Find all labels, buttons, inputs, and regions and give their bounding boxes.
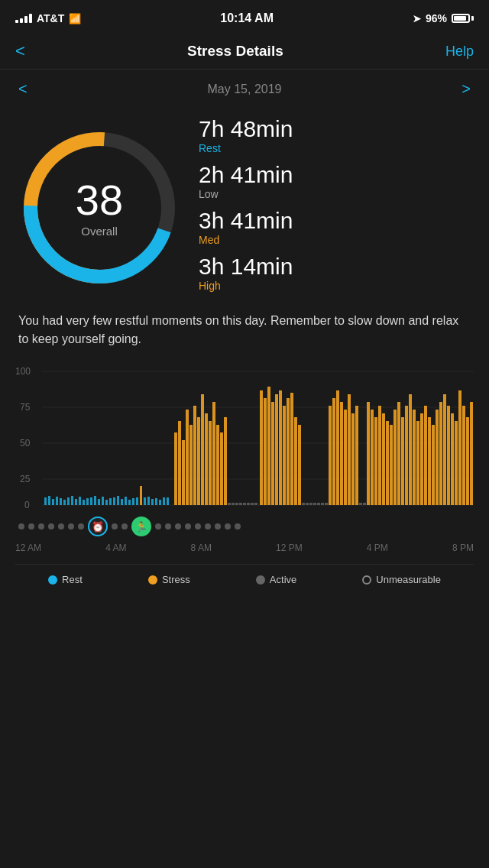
- svg-rect-41: [151, 499, 154, 505]
- svg-rect-48: [178, 421, 181, 505]
- svg-rect-95: [359, 503, 362, 505]
- svg-rect-116: [439, 402, 442, 505]
- svg-rect-26: [94, 496, 96, 505]
- help-button[interactable]: Help: [445, 44, 474, 60]
- active-dot: [256, 575, 265, 585]
- timeline-dot: [175, 523, 181, 530]
- overall-score: 38: [76, 179, 123, 222]
- svg-rect-16: [56, 497, 58, 505]
- svg-rect-80: [302, 503, 305, 505]
- svg-rect-101: [382, 413, 385, 505]
- svg-rect-45: [167, 497, 169, 505]
- svg-rect-43: [159, 500, 161, 505]
- wifi-icon: 📶: [69, 13, 81, 24]
- svg-rect-99: [374, 417, 377, 505]
- svg-rect-58: [216, 425, 219, 505]
- main-content: 38 Overall 7h 48min Rest 2h 41min Low 3h…: [0, 108, 489, 594]
- svg-rect-105: [397, 402, 400, 505]
- chart-svg: 100 75 50 25 0: [15, 364, 474, 517]
- svg-rect-78: [294, 417, 297, 505]
- timeline-dot: [195, 523, 201, 530]
- page-title: Stress Details: [187, 43, 283, 60]
- summary-row: 38 Overall 7h 48min Rest 2h 41min Low 3h…: [15, 116, 474, 300]
- svg-rect-111: [420, 413, 423, 505]
- timeline-dot: [58, 523, 64, 530]
- timeline-dot: [48, 523, 54, 530]
- svg-rect-117: [443, 394, 446, 505]
- svg-rect-31: [113, 497, 115, 505]
- svg-rect-13: [44, 497, 47, 505]
- svg-rect-70: [264, 398, 267, 505]
- status-right: ➤ 96%: [413, 12, 474, 24]
- svg-rect-47: [174, 432, 177, 505]
- svg-rect-21: [75, 499, 77, 505]
- svg-text:100: 100: [15, 366, 31, 377]
- svg-rect-83: [313, 503, 316, 505]
- med-label: Med: [199, 234, 474, 246]
- svg-rect-37: [136, 497, 138, 505]
- svg-rect-79: [298, 425, 301, 505]
- rest-dot: [48, 575, 57, 585]
- legend-unmeasurable: Unmeasurable: [362, 574, 441, 585]
- svg-text:50: 50: [20, 438, 31, 449]
- svg-rect-93: [351, 413, 355, 505]
- prev-date-button[interactable]: <: [18, 80, 28, 98]
- date-nav: < May 15, 2019 >: [0, 70, 489, 108]
- next-date-button[interactable]: >: [461, 80, 471, 98]
- svg-rect-94: [355, 406, 358, 505]
- stress-dot: [148, 575, 157, 585]
- svg-rect-122: [462, 406, 465, 505]
- high-label: High: [199, 280, 474, 292]
- svg-rect-14: [48, 496, 50, 505]
- back-button[interactable]: <: [15, 41, 25, 61]
- svg-rect-33: [121, 499, 123, 505]
- svg-rect-90: [340, 402, 343, 505]
- svg-rect-88: [332, 398, 335, 505]
- timeline-dot: [235, 523, 241, 530]
- signal-bars: [15, 14, 32, 23]
- svg-rect-62: [232, 503, 235, 505]
- x-label-12pm: 12 PM: [276, 542, 303, 553]
- svg-rect-65: [243, 503, 246, 505]
- svg-rect-71: [267, 387, 270, 505]
- svg-rect-109: [413, 410, 416, 505]
- timeline-dot: [18, 523, 24, 530]
- low-label: Low: [199, 188, 474, 200]
- svg-rect-61: [228, 503, 231, 505]
- svg-rect-27: [98, 499, 100, 505]
- battery-icon: [452, 14, 474, 23]
- x-label-12am: 12 AM: [15, 542, 41, 553]
- svg-rect-20: [71, 496, 73, 505]
- legend-unmeasurable-label: Unmeasurable: [376, 574, 441, 585]
- svg-rect-87: [329, 406, 332, 505]
- svg-rect-74: [279, 390, 282, 505]
- svg-rect-35: [128, 500, 131, 505]
- legend-stress-label: Stress: [162, 574, 190, 585]
- svg-rect-91: [344, 410, 347, 505]
- svg-rect-110: [416, 421, 419, 505]
- chart-area: 100 75 50 25 0: [0, 364, 489, 561]
- timeline-dot: [205, 523, 211, 530]
- timeline-dot: [68, 523, 74, 530]
- svg-rect-28: [102, 497, 104, 505]
- svg-rect-52: [193, 406, 196, 505]
- svg-rect-40: [147, 497, 150, 505]
- svg-rect-64: [239, 503, 242, 505]
- unmeasurable-dot: [362, 575, 371, 585]
- svg-rect-76: [287, 398, 290, 505]
- svg-rect-32: [117, 496, 119, 505]
- svg-rect-123: [466, 417, 469, 505]
- svg-rect-57: [212, 402, 215, 505]
- nav-bar: < Stress Details Help: [0, 34, 489, 70]
- x-label-4am: 4 AM: [105, 542, 126, 553]
- svg-rect-72: [271, 402, 274, 505]
- svg-rect-25: [90, 497, 92, 505]
- svg-rect-60: [224, 417, 227, 505]
- svg-rect-63: [235, 503, 238, 505]
- chart-legend: Rest Stress Active Unmeasurable: [15, 564, 474, 594]
- svg-rect-85: [321, 503, 324, 505]
- svg-rect-50: [186, 410, 189, 505]
- svg-rect-53: [197, 417, 200, 505]
- svg-rect-81: [306, 503, 309, 505]
- carrier-label: AT&T: [37, 12, 64, 24]
